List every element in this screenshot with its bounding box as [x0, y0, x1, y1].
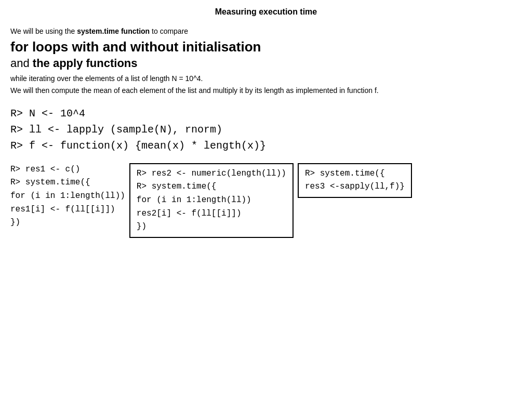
code-box-sapply: R> system.time({ res3 <-sapply(ll,f)}: [298, 163, 412, 198]
cb-right-line1: R> system.time({: [305, 167, 405, 181]
cb-mid-line5: }): [137, 220, 286, 234]
code-box-uninitialized: R> res1 <- c() R> system.time({ for (i i…: [10, 163, 129, 230]
desc-line1: while iterating over the elements of a l…: [10, 73, 522, 84]
heading-apply-bold: the apply functions: [33, 57, 138, 70]
code-line-f: R> f <- function(x) {mean(x) * length(x)…: [10, 138, 522, 154]
code-line-ll: R> ll <- lapply (sample(N), rnorm): [10, 122, 522, 138]
code-line-n: R> N <- 10^4: [10, 105, 522, 122]
cb-right-line2: res3 <-sapply(ll,f)}: [305, 180, 405, 194]
cb-mid-line4: res2[i] <- f(ll[[i]]): [137, 207, 286, 221]
cb-left-line1: R> res1 <- c(): [10, 163, 125, 177]
desc-line2: We will then compute the mean of each el…: [10, 85, 522, 96]
main-code-block: R> N <- 10^4 R> ll <- lapply (sample(N),…: [10, 105, 522, 154]
heading-for-loops: for loops with and without initialisatio…: [10, 39, 522, 55]
cb-left-line3: for (i in 1:length(ll)): [10, 190, 125, 203]
cb-mid-line2: R> system.time({: [137, 180, 286, 194]
cb-left-line2: R> system.time({: [10, 176, 125, 190]
code-box-initialized: R> res2 <- numeric(length(ll)) R> system…: [129, 163, 294, 238]
intro-bold: system.time function: [77, 27, 150, 35]
cb-mid-line1: R> res2 <- numeric(length(ll)): [137, 167, 286, 181]
page-title: Measuring execution time: [10, 7, 522, 17]
heading-apply: and the apply functions: [10, 56, 522, 71]
cb-left-line5: }): [10, 216, 125, 230]
cb-left-line4: res1[i] <- f(ll[[i]]): [10, 203, 125, 217]
code-boxes: R> res1 <- c() R> system.time({ for (i i…: [10, 163, 522, 238]
intro-line1: We will be using the system.time functio…: [10, 26, 522, 37]
intro-suffix: to compare: [150, 27, 188, 35]
heading-and-prefix: and: [10, 57, 33, 70]
intro-prefix: We will be using the: [10, 27, 77, 35]
cb-mid-line3: for (i in 1:length(ll)): [137, 194, 286, 207]
